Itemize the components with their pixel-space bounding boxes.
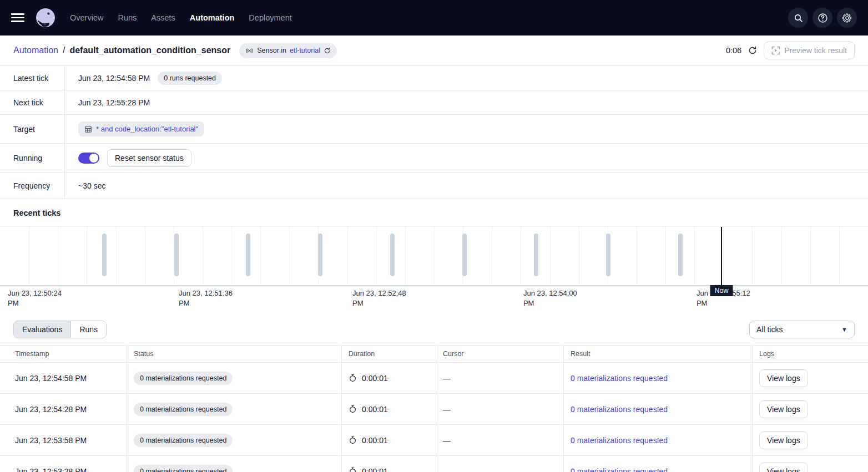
timeline-gridline bbox=[203, 227, 203, 285]
frequency-value: ~30 sec bbox=[78, 181, 105, 190]
timeline-gridline bbox=[723, 227, 724, 285]
timeline-gridline bbox=[405, 227, 406, 285]
stopwatch-icon bbox=[349, 405, 357, 413]
tick-status-badge: 0 materializations requested bbox=[134, 434, 233, 447]
latest-tick-time: Jun 23, 12:54:58 PM bbox=[78, 74, 150, 83]
asset-grid-icon bbox=[84, 125, 92, 133]
stopwatch-icon bbox=[349, 436, 357, 444]
view-logs-button[interactable]: View logs bbox=[759, 369, 808, 387]
breadcrumb-automation-link[interactable]: Automation bbox=[13, 45, 58, 55]
page-title: default_automation_condition_sensor bbox=[69, 45, 230, 55]
target-label: Target bbox=[0, 115, 65, 143]
target-row: Target * and code_location:"etl-tutorial… bbox=[0, 115, 868, 144]
timeline-gridline bbox=[434, 227, 435, 285]
view-logs-button[interactable]: View logs bbox=[759, 463, 808, 472]
tick-duration: 0:00:01 bbox=[362, 374, 388, 383]
col-cursor: Cursor bbox=[436, 346, 563, 362]
reload-location-icon[interactable] bbox=[324, 47, 331, 54]
timeline-gridline bbox=[579, 227, 579, 285]
tick-bar[interactable] bbox=[390, 234, 395, 276]
recent-ticks-heading: Recent ticks bbox=[0, 199, 868, 226]
tick-bar[interactable] bbox=[606, 234, 610, 276]
running-label: Running bbox=[0, 144, 65, 172]
timeline-gridline bbox=[145, 227, 145, 285]
chevron-down-icon: ▼ bbox=[841, 326, 847, 333]
tick-cursor: — bbox=[443, 436, 451, 445]
tick-cursor: — bbox=[443, 374, 451, 383]
tick-timeline[interactable] bbox=[0, 226, 868, 286]
sensor-icon bbox=[245, 47, 254, 54]
sensor-badge-prefix: Sensor in bbox=[257, 47, 286, 54]
gear-icon[interactable] bbox=[837, 8, 857, 28]
timeline-gridline bbox=[781, 227, 782, 285]
code-location-link[interactable]: etl-tutorial bbox=[290, 47, 320, 54]
preview-tick-result-button[interactable]: Preview tick result bbox=[764, 42, 855, 59]
latest-tick-row: Latest tick Jun 23, 12:54:58 PM 0 runs r… bbox=[0, 66, 868, 90]
view-logs-button[interactable]: View logs bbox=[759, 432, 808, 449]
stopwatch-icon bbox=[349, 467, 357, 472]
tick-cursor: — bbox=[443, 467, 451, 472]
latest-tick-label: Latest tick bbox=[0, 66, 65, 90]
reset-sensor-status-button[interactable]: Reset sensor status bbox=[107, 149, 191, 167]
timeline-gridline bbox=[810, 227, 811, 285]
search-icon[interactable] bbox=[788, 8, 808, 28]
tick-bar[interactable] bbox=[318, 234, 322, 276]
tick-result-link[interactable]: 0 materializations requested bbox=[571, 467, 668, 472]
tab-runs[interactable]: Runs bbox=[71, 321, 106, 338]
tick-result-link[interactable]: 0 materializations requested bbox=[571, 374, 668, 383]
timeline-gridline bbox=[376, 227, 377, 285]
tick-bar[interactable] bbox=[678, 234, 683, 276]
col-result: Result bbox=[563, 346, 752, 362]
help-icon[interactable] bbox=[813, 8, 832, 28]
tick-bar[interactable] bbox=[174, 234, 179, 276]
menu-icon[interactable] bbox=[11, 11, 24, 24]
page-header: Automation / default_automation_conditio… bbox=[0, 35, 868, 66]
tick-cursor: — bbox=[443, 405, 451, 414]
tick-duration: 0:00:01 bbox=[362, 467, 388, 472]
table-row: Jun 23, 12:53:28 PM 0 materializations r… bbox=[0, 456, 868, 472]
timeline-gridline bbox=[839, 227, 840, 285]
tick-result-link[interactable]: 0 materializations requested bbox=[571, 405, 668, 414]
refresh-icon[interactable] bbox=[748, 46, 757, 55]
asset-selection-pill[interactable]: * and code_location:"etl-tutorial" bbox=[78, 121, 204, 136]
top-nav: Overview Runs Assets Automation Deployme… bbox=[0, 0, 868, 35]
timeline-gridline bbox=[550, 227, 551, 285]
stopwatch-icon bbox=[349, 374, 357, 382]
next-tick-label: Next tick bbox=[0, 90, 65, 114]
refresh-countdown: 0:06 bbox=[726, 46, 741, 55]
nav-item-overview[interactable]: Overview bbox=[70, 13, 103, 22]
frequency-row: Frequency ~30 sec bbox=[0, 172, 868, 199]
tick-bar[interactable] bbox=[462, 234, 467, 276]
tick-result-link[interactable]: 0 materializations requested bbox=[571, 436, 668, 445]
tick-timestamp: Jun 23, 12:54:28 PM bbox=[0, 394, 127, 424]
tick-filter-select[interactable]: All ticks ▼ bbox=[749, 321, 855, 338]
running-row: Running Reset sensor status bbox=[0, 144, 868, 172]
view-logs-button[interactable]: View logs bbox=[759, 400, 808, 418]
nav-item-assets[interactable]: Assets bbox=[151, 13, 175, 22]
next-tick-row: Next tick Jun 23, 12:55:28 PM bbox=[0, 90, 868, 115]
nav-item-runs[interactable]: Runs bbox=[118, 13, 137, 22]
timeline-gridline bbox=[29, 227, 29, 285]
timeline-gridline bbox=[752, 227, 753, 285]
col-timestamp: Timestamp bbox=[0, 346, 127, 362]
sensor-location-badge: Sensor in etl-tutorial bbox=[239, 43, 337, 58]
timeline-gridline bbox=[87, 227, 87, 285]
table-header-row: Timestamp Status Duration Cursor Result … bbox=[0, 346, 868, 363]
tick-bar[interactable] bbox=[246, 234, 250, 276]
tick-duration: 0:00:01 bbox=[362, 405, 388, 414]
ticks-toolbar: Evaluations Runs All ticks ▼ bbox=[0, 313, 868, 345]
timeline-gridline bbox=[347, 227, 348, 285]
running-toggle[interactable] bbox=[78, 153, 99, 164]
timeline-axis-label: Jun 23, 12:52:48PM bbox=[352, 288, 418, 308]
dagster-logo-icon[interactable] bbox=[34, 7, 57, 29]
tick-bar[interactable] bbox=[102, 234, 107, 276]
tick-bar[interactable] bbox=[534, 234, 538, 276]
nav-item-automation[interactable]: Automation bbox=[190, 13, 235, 22]
nav-item-deployment[interactable]: Deployment bbox=[249, 13, 291, 22]
now-badge: Now bbox=[710, 285, 733, 296]
timeline-gridline bbox=[637, 227, 637, 285]
nav-links: Overview Runs Assets Automation Deployme… bbox=[70, 13, 292, 22]
tab-evaluations[interactable]: Evaluations bbox=[14, 321, 71, 338]
table-row: Jun 23, 12:54:58 PM 0 materializations r… bbox=[0, 363, 868, 394]
table-row: Jun 23, 12:54:28 PM 0 materializations r… bbox=[0, 394, 868, 425]
